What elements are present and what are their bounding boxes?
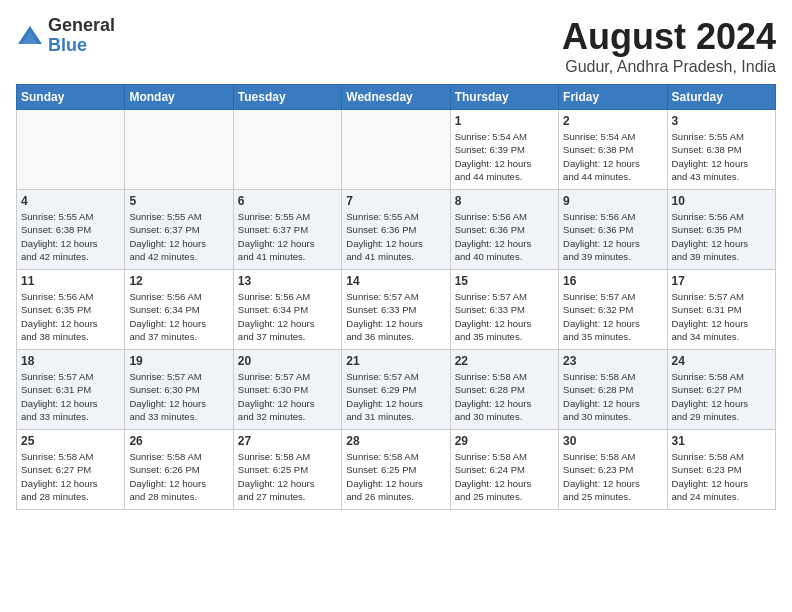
day-number: 22 (455, 354, 554, 368)
calendar-week-row: 1Sunrise: 5:54 AM Sunset: 6:39 PM Daylig… (17, 110, 776, 190)
day-info: Sunrise: 5:55 AM Sunset: 6:38 PM Dayligh… (672, 130, 771, 183)
calendar-cell: 30Sunrise: 5:58 AM Sunset: 6:23 PM Dayli… (559, 430, 667, 510)
calendar-cell: 11Sunrise: 5:56 AM Sunset: 6:35 PM Dayli… (17, 270, 125, 350)
day-info: Sunrise: 5:56 AM Sunset: 6:36 PM Dayligh… (455, 210, 554, 263)
calendar-cell: 16Sunrise: 5:57 AM Sunset: 6:32 PM Dayli… (559, 270, 667, 350)
day-number: 28 (346, 434, 445, 448)
day-number: 15 (455, 274, 554, 288)
day-number: 1 (455, 114, 554, 128)
weekday-header-cell: Friday (559, 85, 667, 110)
calendar-cell: 12Sunrise: 5:56 AM Sunset: 6:34 PM Dayli… (125, 270, 233, 350)
calendar-cell: 26Sunrise: 5:58 AM Sunset: 6:26 PM Dayli… (125, 430, 233, 510)
calendar-cell: 28Sunrise: 5:58 AM Sunset: 6:25 PM Dayli… (342, 430, 450, 510)
calendar-cell: 17Sunrise: 5:57 AM Sunset: 6:31 PM Dayli… (667, 270, 775, 350)
day-number: 10 (672, 194, 771, 208)
day-info: Sunrise: 5:58 AM Sunset: 6:23 PM Dayligh… (563, 450, 662, 503)
calendar-cell: 14Sunrise: 5:57 AM Sunset: 6:33 PM Dayli… (342, 270, 450, 350)
calendar-cell (17, 110, 125, 190)
calendar-cell (342, 110, 450, 190)
calendar-cell: 25Sunrise: 5:58 AM Sunset: 6:27 PM Dayli… (17, 430, 125, 510)
day-info: Sunrise: 5:58 AM Sunset: 6:23 PM Dayligh… (672, 450, 771, 503)
day-number: 4 (21, 194, 120, 208)
day-info: Sunrise: 5:55 AM Sunset: 6:36 PM Dayligh… (346, 210, 445, 263)
calendar-cell: 21Sunrise: 5:57 AM Sunset: 6:29 PM Dayli… (342, 350, 450, 430)
calendar-cell: 13Sunrise: 5:56 AM Sunset: 6:34 PM Dayli… (233, 270, 341, 350)
weekday-header-cell: Wednesday (342, 85, 450, 110)
day-number: 31 (672, 434, 771, 448)
calendar-cell: 31Sunrise: 5:58 AM Sunset: 6:23 PM Dayli… (667, 430, 775, 510)
day-number: 12 (129, 274, 228, 288)
day-number: 30 (563, 434, 662, 448)
logo-general-text: General (48, 16, 115, 36)
day-info: Sunrise: 5:58 AM Sunset: 6:26 PM Dayligh… (129, 450, 228, 503)
calendar-cell: 20Sunrise: 5:57 AM Sunset: 6:30 PM Dayli… (233, 350, 341, 430)
calendar-cell: 9Sunrise: 5:56 AM Sunset: 6:36 PM Daylig… (559, 190, 667, 270)
day-info: Sunrise: 5:54 AM Sunset: 6:38 PM Dayligh… (563, 130, 662, 183)
calendar-week-row: 11Sunrise: 5:56 AM Sunset: 6:35 PM Dayli… (17, 270, 776, 350)
day-number: 26 (129, 434, 228, 448)
day-number: 24 (672, 354, 771, 368)
weekday-header-cell: Tuesday (233, 85, 341, 110)
day-info: Sunrise: 5:55 AM Sunset: 6:37 PM Dayligh… (129, 210, 228, 263)
day-info: Sunrise: 5:58 AM Sunset: 6:27 PM Dayligh… (672, 370, 771, 423)
day-info: Sunrise: 5:57 AM Sunset: 6:33 PM Dayligh… (346, 290, 445, 343)
day-info: Sunrise: 5:57 AM Sunset: 6:31 PM Dayligh… (21, 370, 120, 423)
day-number: 3 (672, 114, 771, 128)
day-number: 25 (21, 434, 120, 448)
calendar-cell: 2Sunrise: 5:54 AM Sunset: 6:38 PM Daylig… (559, 110, 667, 190)
day-info: Sunrise: 5:56 AM Sunset: 6:35 PM Dayligh… (672, 210, 771, 263)
calendar-cell: 15Sunrise: 5:57 AM Sunset: 6:33 PM Dayli… (450, 270, 558, 350)
calendar-week-row: 4Sunrise: 5:55 AM Sunset: 6:38 PM Daylig… (17, 190, 776, 270)
calendar-cell: 27Sunrise: 5:58 AM Sunset: 6:25 PM Dayli… (233, 430, 341, 510)
day-number: 20 (238, 354, 337, 368)
day-number: 19 (129, 354, 228, 368)
day-number: 5 (129, 194, 228, 208)
day-number: 29 (455, 434, 554, 448)
day-info: Sunrise: 5:58 AM Sunset: 6:24 PM Dayligh… (455, 450, 554, 503)
day-number: 8 (455, 194, 554, 208)
calendar-cell: 3Sunrise: 5:55 AM Sunset: 6:38 PM Daylig… (667, 110, 775, 190)
title-area: August 2024 Gudur, Andhra Pradesh, India (562, 16, 776, 76)
calendar-cell: 8Sunrise: 5:56 AM Sunset: 6:36 PM Daylig… (450, 190, 558, 270)
day-info: Sunrise: 5:57 AM Sunset: 6:31 PM Dayligh… (672, 290, 771, 343)
calendar-cell: 23Sunrise: 5:58 AM Sunset: 6:28 PM Dayli… (559, 350, 667, 430)
day-number: 16 (563, 274, 662, 288)
logo-icon (16, 22, 44, 50)
calendar-cell: 10Sunrise: 5:56 AM Sunset: 6:35 PM Dayli… (667, 190, 775, 270)
day-number: 27 (238, 434, 337, 448)
day-number: 13 (238, 274, 337, 288)
calendar-body: 1Sunrise: 5:54 AM Sunset: 6:39 PM Daylig… (17, 110, 776, 510)
day-number: 9 (563, 194, 662, 208)
day-info: Sunrise: 5:55 AM Sunset: 6:37 PM Dayligh… (238, 210, 337, 263)
day-number: 11 (21, 274, 120, 288)
day-info: Sunrise: 5:57 AM Sunset: 6:33 PM Dayligh… (455, 290, 554, 343)
day-info: Sunrise: 5:56 AM Sunset: 6:34 PM Dayligh… (238, 290, 337, 343)
day-number: 7 (346, 194, 445, 208)
weekday-header-cell: Sunday (17, 85, 125, 110)
weekday-header-cell: Saturday (667, 85, 775, 110)
day-info: Sunrise: 5:58 AM Sunset: 6:28 PM Dayligh… (563, 370, 662, 423)
day-info: Sunrise: 5:58 AM Sunset: 6:25 PM Dayligh… (346, 450, 445, 503)
main-title: August 2024 (562, 16, 776, 58)
day-number: 21 (346, 354, 445, 368)
day-info: Sunrise: 5:57 AM Sunset: 6:30 PM Dayligh… (238, 370, 337, 423)
header: General Blue August 2024 Gudur, Andhra P… (16, 16, 776, 76)
calendar-cell: 29Sunrise: 5:58 AM Sunset: 6:24 PM Dayli… (450, 430, 558, 510)
day-info: Sunrise: 5:56 AM Sunset: 6:34 PM Dayligh… (129, 290, 228, 343)
day-info: Sunrise: 5:54 AM Sunset: 6:39 PM Dayligh… (455, 130, 554, 183)
calendar-week-row: 25Sunrise: 5:58 AM Sunset: 6:27 PM Dayli… (17, 430, 776, 510)
calendar-week-row: 18Sunrise: 5:57 AM Sunset: 6:31 PM Dayli… (17, 350, 776, 430)
calendar-cell: 19Sunrise: 5:57 AM Sunset: 6:30 PM Dayli… (125, 350, 233, 430)
calendar-cell: 6Sunrise: 5:55 AM Sunset: 6:37 PM Daylig… (233, 190, 341, 270)
logo: General Blue (16, 16, 115, 56)
sub-title: Gudur, Andhra Pradesh, India (562, 58, 776, 76)
calendar-cell: 22Sunrise: 5:58 AM Sunset: 6:28 PM Dayli… (450, 350, 558, 430)
calendar-cell: 24Sunrise: 5:58 AM Sunset: 6:27 PM Dayli… (667, 350, 775, 430)
calendar-table: SundayMondayTuesdayWednesdayThursdayFrid… (16, 84, 776, 510)
weekday-header-cell: Thursday (450, 85, 558, 110)
day-info: Sunrise: 5:58 AM Sunset: 6:25 PM Dayligh… (238, 450, 337, 503)
day-info: Sunrise: 5:56 AM Sunset: 6:36 PM Dayligh… (563, 210, 662, 263)
day-info: Sunrise: 5:58 AM Sunset: 6:28 PM Dayligh… (455, 370, 554, 423)
calendar-cell (233, 110, 341, 190)
day-info: Sunrise: 5:56 AM Sunset: 6:35 PM Dayligh… (21, 290, 120, 343)
